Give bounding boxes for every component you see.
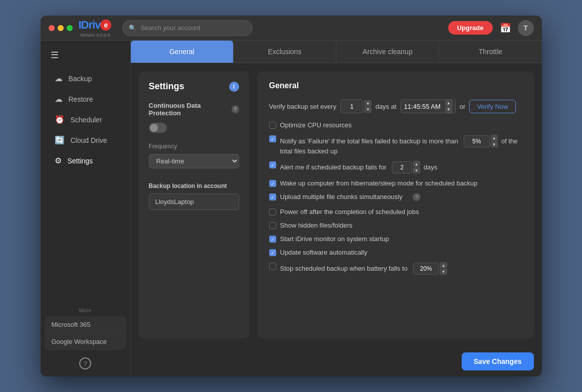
more-label: More bbox=[41, 307, 130, 313]
stop-battery-label: Stop scheduled backup when battery falls… bbox=[280, 262, 447, 275]
cdp-label: Continuous Data Protection ? bbox=[149, 102, 239, 117]
minimize-button[interactable] bbox=[58, 25, 64, 31]
sidebar-item-scheduler[interactable]: ⏰ Scheduler bbox=[45, 110, 126, 129]
show-hidden-label: Show hidden files/folders bbox=[280, 222, 353, 229]
update-auto-checkbox[interactable] bbox=[269, 249, 276, 256]
show-hidden-checkbox[interactable] bbox=[269, 222, 276, 229]
option-update-auto: Update software automatically bbox=[269, 249, 522, 256]
time-spinner: ▲ ▼ bbox=[445, 100, 452, 113]
notify-failure-checkbox[interactable] bbox=[269, 135, 276, 142]
frequency-select[interactable]: Real-time Every 5 min Every 15 min Every… bbox=[149, 154, 239, 168]
update-auto-label: Update software automatically bbox=[280, 249, 367, 256]
app-window: IDriv e Version 4.0.0.6 🔍 Upgrade 📅 T ☰ … bbox=[41, 16, 542, 376]
general-panel-title: General bbox=[269, 81, 522, 90]
option-notify-failure: Notify as 'Failure' if the total files f… bbox=[269, 135, 522, 155]
sidebar-item-cloud-drive-label: Cloud Drive bbox=[71, 136, 107, 144]
sidebar-item-scheduler-label: Scheduler bbox=[71, 116, 102, 124]
more-items: Microsoft 365 Google Workspace bbox=[45, 316, 126, 350]
time-up[interactable]: ▲ bbox=[445, 100, 452, 106]
option-alert-scheduled: Alert me if scheduled backup fails for ▲… bbox=[269, 161, 522, 173]
titlebar: IDriv e Version 4.0.0.6 🔍 Upgrade 📅 T bbox=[41, 16, 542, 41]
settings-info-icon[interactable]: i bbox=[229, 82, 239, 92]
more-item-microsoft365[interactable]: Microsoft 365 bbox=[45, 316, 126, 333]
sidebar-item-restore[interactable]: ☁ Restore bbox=[45, 89, 126, 109]
sidebar-item-settings-label: Settings bbox=[68, 157, 93, 165]
scheduler-icon: ⏰ bbox=[55, 115, 65, 124]
wake-hibernate-label: Wake up computer from hibernate/sleep mo… bbox=[280, 179, 478, 187]
more-item-google-workspace[interactable]: Google Workspace bbox=[45, 333, 126, 350]
tab-archive-cleanup[interactable]: Archive cleanup bbox=[336, 41, 439, 63]
hamburger-icon[interactable]: ☰ bbox=[41, 46, 130, 69]
verify-time-wrap: 11:45:55 AM ▲ ▼ bbox=[401, 99, 456, 113]
option-show-hidden: Show hidden files/folders bbox=[269, 222, 522, 229]
start-monitor-checkbox[interactable] bbox=[269, 236, 276, 243]
optimize-cpu-checkbox[interactable] bbox=[269, 122, 276, 129]
cdp-question-icon[interactable]: ? bbox=[232, 105, 239, 113]
alert-days-wrap: ▲ ▼ bbox=[392, 161, 420, 173]
alert-scheduled-checkbox[interactable] bbox=[269, 161, 276, 168]
option-wake-hibernate: Wake up computer from hibernate/sleep mo… bbox=[269, 179, 522, 187]
power-off-label: Power off after the completion of schedu… bbox=[280, 208, 419, 216]
power-off-checkbox[interactable] bbox=[269, 209, 276, 216]
failure-pct-down[interactable]: ▼ bbox=[491, 141, 498, 147]
close-button[interactable] bbox=[49, 25, 55, 31]
logo-icon: e bbox=[100, 20, 111, 31]
upload-chunks-checkbox[interactable] bbox=[269, 193, 276, 201]
maximize-button[interactable] bbox=[67, 25, 73, 31]
sidebar-item-backup[interactable]: ☁ Backup bbox=[45, 69, 126, 88]
time-down[interactable]: ▼ bbox=[445, 107, 452, 113]
battery-pct-input[interactable] bbox=[413, 263, 439, 275]
stop-battery-checkbox[interactable] bbox=[269, 263, 276, 270]
verify-or: or bbox=[460, 103, 466, 110]
option-power-off: Power off after the completion of schedu… bbox=[269, 208, 522, 216]
alert-days-up[interactable]: ▲ bbox=[413, 161, 420, 167]
upload-chunks-info-icon[interactable]: ? bbox=[413, 193, 421, 201]
verify-days-input[interactable] bbox=[340, 99, 363, 113]
battery-pct-down[interactable]: ▼ bbox=[440, 269, 447, 275]
failure-pct-spinner: ▲ ▼ bbox=[491, 135, 498, 147]
time-value: 11:45:55 AM bbox=[404, 103, 441, 110]
backup-location-input[interactable] bbox=[149, 193, 239, 210]
help-icon[interactable]: ? bbox=[41, 350, 130, 377]
version-label: Version 4.0.0.6 bbox=[80, 33, 110, 38]
notify-failure-label: Notify as 'Failure' if the total files f… bbox=[280, 135, 522, 155]
alert-days-input[interactable] bbox=[392, 161, 412, 173]
tab-general[interactable]: General bbox=[131, 41, 234, 63]
option-stop-battery: Stop scheduled backup when battery falls… bbox=[269, 262, 522, 275]
verify-days-down[interactable]: ▼ bbox=[364, 107, 371, 113]
settings-panel-title: Settings i bbox=[149, 81, 239, 92]
traffic-lights bbox=[49, 25, 73, 31]
option-start-monitor: Start iDrive monitor on system startup bbox=[269, 235, 522, 243]
general-right-panel: General Verify backup set every ▲ ▼ days… bbox=[257, 71, 534, 338]
start-monitor-label: Start iDrive monitor on system startup bbox=[280, 235, 389, 243]
wake-hibernate-checkbox[interactable] bbox=[269, 180, 276, 187]
failure-pct-input[interactable] bbox=[464, 135, 490, 147]
upgrade-button[interactable]: Upgrade bbox=[448, 21, 493, 35]
calendar-icon[interactable]: 📅 bbox=[500, 23, 511, 34]
alert-scheduled-label: Alert me if scheduled backup fails for ▲… bbox=[280, 161, 438, 173]
tab-exclusions[interactable]: Exclusions bbox=[234, 41, 336, 63]
verify-days-up[interactable]: ▲ bbox=[364, 100, 371, 106]
save-changes-button[interactable]: Save Changes bbox=[462, 352, 534, 370]
failure-pct-up[interactable]: ▲ bbox=[491, 135, 498, 141]
upload-chunks-label: Upload multiple file chunks simultaneous… bbox=[280, 193, 403, 201]
tab-throttle[interactable]: Throttle bbox=[439, 41, 541, 63]
search-input[interactable] bbox=[140, 24, 246, 32]
verify-days-suffix: days at bbox=[375, 103, 397, 110]
verify-now-button[interactable]: Verify Now bbox=[469, 100, 515, 113]
battery-pct-wrap: ▲ ▼ bbox=[413, 262, 447, 275]
sidebar-item-cloud-drive[interactable]: 🔄 Cloud Drive bbox=[45, 130, 126, 150]
verify-time-input[interactable]: 11:45:55 AM ▲ ▼ bbox=[401, 99, 456, 113]
alert-days-spinner: ▲ ▼ bbox=[413, 161, 420, 173]
verify-days-spinner: ▲ ▼ bbox=[364, 100, 371, 113]
cdp-toggle[interactable] bbox=[149, 123, 167, 133]
sidebar-item-settings[interactable]: ⚙ Settings bbox=[45, 151, 126, 170]
alert-days-down[interactable]: ▼ bbox=[413, 167, 420, 173]
search-box[interactable]: 🔍 bbox=[122, 20, 253, 36]
logo-text: IDriv bbox=[79, 19, 101, 32]
header-right: Upgrade 📅 T bbox=[448, 20, 534, 36]
pct-wrap: ▲ ▼ bbox=[464, 135, 498, 147]
avatar[interactable]: T bbox=[518, 20, 534, 36]
battery-pct-up[interactable]: ▲ bbox=[440, 262, 447, 268]
battery-pct-spinner: ▲ ▼ bbox=[440, 262, 447, 275]
